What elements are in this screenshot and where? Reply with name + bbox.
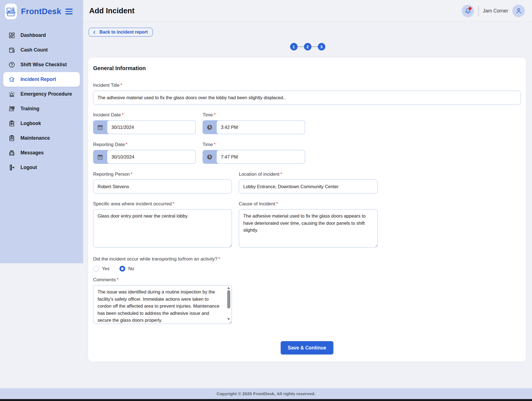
- siren-icon: [8, 91, 15, 98]
- required-asterisk: *: [117, 277, 119, 282]
- person-location-row: Reporting Person* Location of incident*: [93, 172, 521, 193]
- radio-yes-label: Yes: [102, 266, 109, 271]
- comments-textarea[interactable]: The issue was identified during a routin…: [93, 285, 232, 324]
- brand-name: FrontDesk: [21, 7, 61, 16]
- header-divider: [478, 6, 479, 16]
- required-asterisk: *: [120, 83, 122, 88]
- reporting-date-group: [93, 150, 196, 164]
- comments-wrap: The issue was identified during a routin…: [93, 285, 232, 325]
- wallet-icon: [8, 47, 15, 53]
- sidebar-item-label: Shift Wise Checklist: [21, 62, 67, 68]
- required-asterisk: *: [131, 172, 132, 177]
- progress-stepper: 1 2 3: [83, 43, 532, 50]
- save-row: Save & Continue: [93, 341, 521, 354]
- incident-date-group: [93, 120, 196, 134]
- step-2[interactable]: 2: [304, 43, 311, 50]
- cause-field: Cause of incident* The adhesive material…: [239, 201, 378, 249]
- incident-date-input[interactable]: [107, 120, 196, 134]
- calendar-icon[interactable]: [93, 150, 107, 164]
- reporting-person-field: Reporting Person*: [93, 172, 232, 193]
- sidebar-item-emergency-procedure[interactable]: Emergency Procedure: [0, 87, 83, 101]
- radio-no[interactable]: [119, 266, 125, 272]
- sidebar: FrontDesk Dashboard Cash Count: [0, 0, 83, 263]
- required-asterisk: *: [122, 112, 124, 118]
- clock-icon[interactable]: [203, 150, 216, 164]
- radio-yes[interactable]: [93, 266, 99, 272]
- sidebar-item-maintenance[interactable]: Maintenance: [0, 131, 83, 145]
- sidebar-item-cash-count[interactable]: Cash Count: [0, 43, 83, 57]
- incident-title-input[interactable]: [93, 91, 521, 104]
- sidebar-item-shift-wise-checklist[interactable]: Shift Wise Checklist: [0, 57, 83, 72]
- help-circle-icon: [8, 61, 15, 68]
- incident-time-label: Time*: [203, 112, 305, 118]
- step-connector: [298, 46, 304, 47]
- frontdesk-logo-icon: [5, 4, 17, 19]
- scrollbar-thumb[interactable]: [227, 290, 230, 308]
- area-cause-row: Specific area where incident occurred* G…: [93, 201, 521, 249]
- brand-row: FrontDesk: [0, 0, 83, 22]
- reporting-date-field: Reporting Date*: [93, 142, 196, 164]
- incident-title-field: Incident Title*: [93, 83, 521, 104]
- envelope-icon: [8, 149, 15, 156]
- sidebar-item-label: Emergency Procedure: [21, 91, 72, 97]
- main-content: Back to incident report 1 2 3 General In…: [83, 22, 532, 362]
- sidebar-item-incident-report[interactable]: Incident Report: [3, 72, 80, 87]
- clipboard-gauge-icon: [8, 135, 15, 142]
- general-information-card: General Information Incident Title* Inci…: [88, 58, 526, 362]
- comments-label: Comments*: [93, 277, 521, 283]
- scrollbar-up-arrow[interactable]: [227, 287, 230, 289]
- location-input[interactable]: [239, 180, 378, 193]
- section-title: General Information: [93, 65, 521, 71]
- reporting-person-label: Reporting Person*: [93, 172, 232, 177]
- incident-time-input[interactable]: [216, 120, 305, 134]
- comments-field: Comments* The issue was identified durin…: [93, 277, 521, 325]
- required-asterisk: *: [214, 112, 216, 118]
- logout-door-icon: [8, 164, 15, 171]
- sidebar-item-training[interactable]: Training: [0, 101, 83, 116]
- required-asterisk: *: [276, 201, 278, 206]
- reporting-date-time-row: Reporting Date* Time*: [93, 142, 521, 164]
- sidebar-nav: Dashboard Cash Count Shift Wise Checklis…: [0, 22, 83, 175]
- calendar-icon[interactable]: [93, 120, 107, 134]
- reporting-date-label: Reporting Date*: [93, 142, 196, 147]
- transport-question-field: Did the incident occur while transportin…: [93, 256, 521, 272]
- step-3[interactable]: 3: [318, 43, 325, 50]
- reporting-person-input[interactable]: [93, 180, 232, 193]
- required-asterisk: *: [172, 201, 174, 206]
- top-header: Add Incident Jam Corner: [83, 0, 532, 22]
- sidebar-item-logout[interactable]: Logout: [0, 160, 83, 175]
- copyright-text: Copyright © 2025 FrontDesk, All rights r…: [216, 391, 315, 396]
- bottom-strip: [0, 399, 532, 401]
- required-asterisk: *: [280, 172, 282, 177]
- transport-question-options: Yes No: [93, 266, 521, 272]
- reporting-time-field: Time*: [203, 142, 305, 164]
- sidebar-item-logbook[interactable]: Logbook: [0, 116, 83, 131]
- reporting-date-input[interactable]: [107, 150, 196, 164]
- location-label: Location of incident*: [239, 172, 378, 177]
- house-droplet-icon: [8, 76, 15, 83]
- trainer-icon: [8, 105, 15, 112]
- radio-option-yes[interactable]: Yes: [93, 266, 109, 272]
- sidebar-item-label: Logbook: [21, 121, 41, 126]
- scrollbar-down-arrow[interactable]: [227, 318, 230, 320]
- hamburger-menu-icon[interactable]: [65, 9, 73, 14]
- user-menu-button[interactable]: [512, 5, 525, 17]
- reporting-time-input[interactable]: [216, 150, 305, 164]
- sidebar-item-messages[interactable]: Messages: [0, 145, 83, 160]
- sidebar-item-dashboard[interactable]: Dashboard: [0, 28, 83, 43]
- sidebar-item-label: Training: [21, 106, 39, 112]
- reporting-time-group: [203, 150, 305, 164]
- specific-area-textarea[interactable]: Glass door entry point near the central …: [93, 209, 232, 247]
- radio-option-no[interactable]: No: [119, 266, 134, 272]
- step-1[interactable]: 1: [290, 43, 298, 50]
- save-continue-button[interactable]: Save & Continue: [281, 341, 333, 354]
- comments-scrollbar: [227, 286, 231, 321]
- notification-badge: [469, 7, 472, 10]
- notifications-button[interactable]: [462, 5, 474, 17]
- user-name: Jam Corner: [483, 8, 508, 14]
- reporting-time-label: Time*: [203, 142, 305, 147]
- back-to-incident-report-button[interactable]: Back to incident report: [89, 28, 153, 37]
- clock-icon[interactable]: [203, 120, 216, 134]
- cause-textarea[interactable]: The adhesive material used to fix the gl…: [239, 209, 378, 247]
- sidebar-item-label: Maintenance: [21, 135, 50, 141]
